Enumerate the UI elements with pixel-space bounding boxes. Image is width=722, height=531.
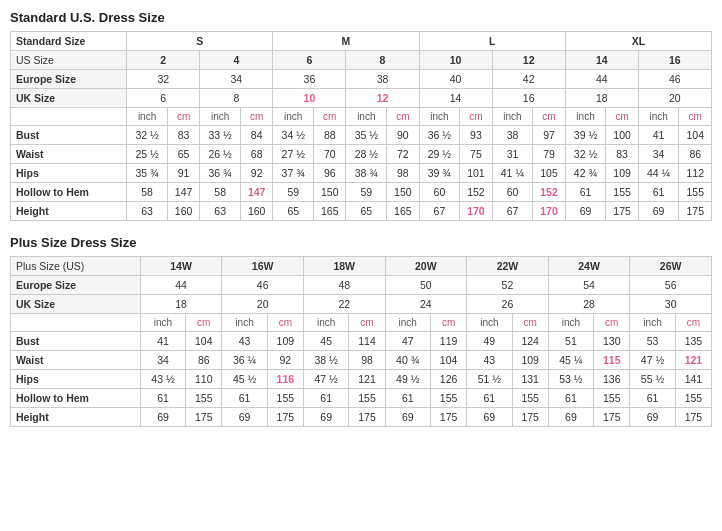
plus-cm-6: cm bbox=[594, 314, 630, 332]
plus-bust-3-inch: 47 bbox=[385, 332, 430, 351]
plus-height-6-cm: 175 bbox=[675, 408, 711, 427]
waist-2-inch: 27 ½ bbox=[273, 145, 314, 164]
plus-height-label: Height bbox=[11, 408, 141, 427]
hips-3-cm: 98 bbox=[387, 164, 419, 183]
plus-waist-5-cm: 115 bbox=[594, 351, 630, 370]
std-inch-7: inch bbox=[565, 108, 606, 126]
plus-uk-row: UK Size 18 20 22 24 26 28 30 bbox=[11, 295, 712, 314]
plus-eu-56: 56 bbox=[630, 276, 712, 295]
plus-waist-6-inch: 47 ½ bbox=[630, 351, 675, 370]
plus-24w: 24W bbox=[548, 257, 630, 276]
waist-0-cm: 65 bbox=[167, 145, 199, 164]
uk-size-row: UK Size 6 8 10 12 14 16 18 20 bbox=[11, 89, 712, 108]
hollow-4-cm: 152 bbox=[460, 183, 492, 202]
std-inch-8: inch bbox=[638, 108, 679, 126]
eu-42: 42 bbox=[492, 70, 565, 89]
plus-bust-5-cm: 130 bbox=[594, 332, 630, 351]
plus-waist-4-inch: 43 bbox=[467, 351, 512, 370]
bust-7-inch: 41 bbox=[638, 126, 679, 145]
hollow-1-inch: 58 bbox=[200, 183, 241, 202]
plus-hollow-0-inch: 61 bbox=[140, 389, 185, 408]
uk-6: 6 bbox=[127, 89, 200, 108]
hollow-0-inch: 58 bbox=[127, 183, 168, 202]
plus-cm-3: cm bbox=[349, 314, 385, 332]
plus-hips-label: Hips bbox=[11, 370, 141, 389]
waist-0-inch: 25 ½ bbox=[127, 145, 168, 164]
waist-3-inch: 28 ½ bbox=[346, 145, 387, 164]
eu-40: 40 bbox=[419, 70, 492, 89]
hollow-2-inch: 59 bbox=[273, 183, 314, 202]
hips-7-cm: 112 bbox=[679, 164, 712, 183]
plus-hips-1-cm: 116 bbox=[267, 370, 303, 389]
bust-4-inch: 36 ½ bbox=[419, 126, 460, 145]
height-3-cm: 165 bbox=[387, 202, 419, 221]
height-0-cm: 160 bbox=[167, 202, 199, 221]
hips-6-cm: 109 bbox=[606, 164, 638, 183]
plus-height-4-cm: 175 bbox=[512, 408, 548, 427]
height-2-inch: 65 bbox=[273, 202, 314, 221]
uk-14: 14 bbox=[419, 89, 492, 108]
height-5-inch: 67 bbox=[492, 202, 533, 221]
std-cm-1: cm bbox=[167, 108, 199, 126]
std-cm-6: cm bbox=[533, 108, 565, 126]
plus-hollow-3-cm: 155 bbox=[431, 389, 467, 408]
hollow-6-cm: 155 bbox=[606, 183, 638, 202]
plus-hollow-6-cm: 155 bbox=[675, 389, 711, 408]
std-inch-6: inch bbox=[492, 108, 533, 126]
plus-waist-5-inch: 45 ¼ bbox=[548, 351, 593, 370]
plus-uk-18: 18 bbox=[140, 295, 222, 314]
us-10: 10 bbox=[419, 51, 492, 70]
hips-2-inch: 37 ¾ bbox=[273, 164, 314, 183]
std-inch-5: inch bbox=[419, 108, 460, 126]
eu-44: 44 bbox=[565, 70, 638, 89]
plus-eu-50: 50 bbox=[385, 276, 467, 295]
plus-waist-3-cm: 104 bbox=[431, 351, 467, 370]
plus-inch-3: inch bbox=[303, 314, 348, 332]
plus-bust-4-cm: 124 bbox=[512, 332, 548, 351]
hips-6-inch: 42 ¾ bbox=[565, 164, 606, 183]
eu-46: 46 bbox=[638, 70, 711, 89]
plus-hips-3-inch: 49 ½ bbox=[385, 370, 430, 389]
bust-6-inch: 39 ½ bbox=[565, 126, 606, 145]
plus-hollow-2-inch: 61 bbox=[303, 389, 348, 408]
plus-inch-1: inch bbox=[140, 314, 185, 332]
waist-7-inch: 34 bbox=[638, 145, 679, 164]
height-1-inch: 63 bbox=[200, 202, 241, 221]
plus-hips-0-inch: 43 ½ bbox=[140, 370, 185, 389]
height-7-cm: 175 bbox=[679, 202, 712, 221]
plus-waist-2-inch: 38 ½ bbox=[303, 351, 348, 370]
plus-bust-row: Bust 41 104 43 109 45 114 47 119 49 124 … bbox=[11, 332, 712, 351]
waist-7-cm: 86 bbox=[679, 145, 712, 164]
plus-eu-46: 46 bbox=[222, 276, 304, 295]
hips-5-cm: 105 bbox=[533, 164, 565, 183]
hollow-4-inch: 60 bbox=[419, 183, 460, 202]
eu-36: 36 bbox=[273, 70, 346, 89]
plus-hips-5-cm: 136 bbox=[594, 370, 630, 389]
plus-uk-28: 28 bbox=[548, 295, 630, 314]
hips-1-inch: 36 ¾ bbox=[200, 164, 241, 183]
plus-waist-row: Waist 34 86 36 ¼ 92 38 ½ 98 40 ¾ 104 43 … bbox=[11, 351, 712, 370]
hollow-7-cm: 155 bbox=[679, 183, 712, 202]
plus-size-us-label: Plus Size (US) bbox=[11, 257, 141, 276]
bust-3-cm: 90 bbox=[387, 126, 419, 145]
height-6-cm: 175 bbox=[606, 202, 638, 221]
us-4: 4 bbox=[200, 51, 273, 70]
plus-inch-cm-header: inch cm inch cm inch cm inch cm inch cm … bbox=[11, 314, 712, 332]
plus-18w: 18W bbox=[303, 257, 385, 276]
plus-height-5-inch: 69 bbox=[548, 408, 593, 427]
plus-waist-2-cm: 98 bbox=[349, 351, 385, 370]
plus-inch-cm-spacer bbox=[11, 314, 141, 332]
size-group-row: Standard Size S M L XL bbox=[11, 32, 712, 51]
plus-height-4-inch: 69 bbox=[467, 408, 512, 427]
hips-1-cm: 92 bbox=[241, 164, 273, 183]
bust-5-inch: 38 bbox=[492, 126, 533, 145]
plus-table: Plus Size (US) 14W 16W 18W 20W 22W 24W 2… bbox=[10, 256, 712, 427]
height-3-inch: 65 bbox=[346, 202, 387, 221]
plus-us-size-row: Plus Size (US) 14W 16W 18W 20W 22W 24W 2… bbox=[11, 257, 712, 276]
plus-26w: 26W bbox=[630, 257, 712, 276]
plus-bust-label: Bust bbox=[11, 332, 141, 351]
us-2: 2 bbox=[127, 51, 200, 70]
hollow-label: Hollow to Hem bbox=[11, 183, 127, 202]
plus-cm-1: cm bbox=[186, 314, 222, 332]
plus-waist-1-inch: 36 ¼ bbox=[222, 351, 267, 370]
